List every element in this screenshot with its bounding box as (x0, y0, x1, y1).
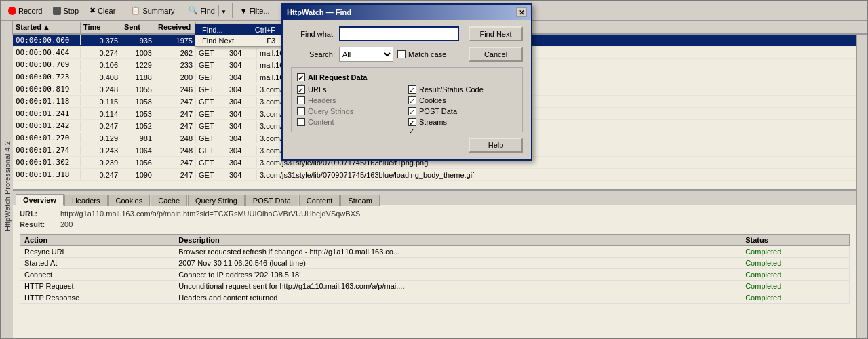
find-dialog: HttpWatch — Find ✕ Find what: Find Next … (281, 3, 532, 161)
post-data-label: POST Data (419, 107, 457, 115)
urls-item: ✓ URLs (297, 85, 406, 94)
find-what-input[interactable] (339, 26, 459, 41)
content-item: Content (297, 118, 406, 126)
headers-checkbox[interactable] (297, 96, 305, 104)
find-what-row: Find what: Find Next (291, 26, 523, 41)
headers-item: Headers (297, 96, 406, 104)
context-menu-item-find[interactable]: Find... Ctrl+F (195, 24, 282, 35)
search-select[interactable]: All (339, 47, 393, 62)
cancel-button[interactable]: Cancel (469, 47, 523, 62)
query-strings-item: Query Strings (297, 107, 406, 115)
match-case-text: Match case (408, 50, 446, 58)
find-context-menu: Find... Ctrl+F Find Next F3 (195, 24, 283, 47)
match-case-label: Match case (397, 50, 446, 58)
streams-item: ✓ Streams (408, 118, 517, 126)
dialog-title: HttpWatch — Find (287, 8, 351, 16)
result-status-item: ✓ Result/Status Code (408, 85, 517, 94)
cookies-item: ✓ Cookies (408, 96, 517, 104)
context-menu-item-find-next[interactable]: Find Next F3 (195, 35, 282, 46)
dialog-close-button[interactable]: ✕ (516, 7, 527, 17)
context-find-shortcut: Ctrl+F (255, 26, 275, 34)
streams-checkbox[interactable]: ✓ (408, 118, 416, 126)
headers-label: Headers (308, 96, 336, 104)
all-request-label: All Request Data (308, 73, 367, 81)
streams-label: Streams (419, 118, 447, 126)
dialog-title-bar: HttpWatch — Find ✕ (283, 5, 531, 20)
post-data-checkbox[interactable]: ✓ (408, 107, 416, 115)
post-data-item: ✓ POST Data (408, 107, 517, 115)
match-case-checkbox[interactable] (397, 50, 406, 58)
find-what-label: Find what: (291, 30, 335, 38)
context-find-next-label: Find Next (202, 37, 234, 45)
context-find-next-shortcut: F3 (267, 37, 275, 45)
result-status-checkbox[interactable]: ✓ (408, 85, 416, 94)
search-in-section: ✓ All Request Data ✓ URLs ✓ Result/Statu… (291, 67, 523, 132)
cookies-label: Cookies (419, 96, 446, 104)
context-find-label: Find... (202, 26, 223, 34)
query-strings-checkbox[interactable] (297, 107, 305, 115)
search-in-title: ✓ All Request Data (297, 73, 517, 81)
find-next-button[interactable]: Find Next (469, 26, 523, 41)
help-button[interactable]: Help (469, 138, 523, 153)
search-row: Search: All Match case Cancel (291, 47, 523, 62)
urls-checkbox[interactable]: ✓ (297, 85, 305, 94)
content-checkbox[interactable] (297, 118, 305, 126)
content-label: Content (308, 118, 334, 126)
cookies-checkbox[interactable]: ✓ (408, 96, 416, 104)
all-request-checkbox[interactable]: ✓ (297, 73, 305, 81)
query-strings-label: Query Strings (308, 107, 353, 115)
dialog-body: Find what: Find Next Search: All Match c… (283, 20, 531, 159)
result-status-label: Result/Status Code (419, 85, 484, 94)
search-label: Search: (291, 50, 335, 58)
urls-label: URLs (308, 85, 327, 94)
search-in-grid: ✓ URLs ✓ Result/Status Code Headers ✓ Co… (297, 85, 517, 126)
modal-overlay: HttpWatch — Find ✕ Find what: Find Next … (0, 0, 868, 339)
help-row: Help (291, 138, 523, 153)
